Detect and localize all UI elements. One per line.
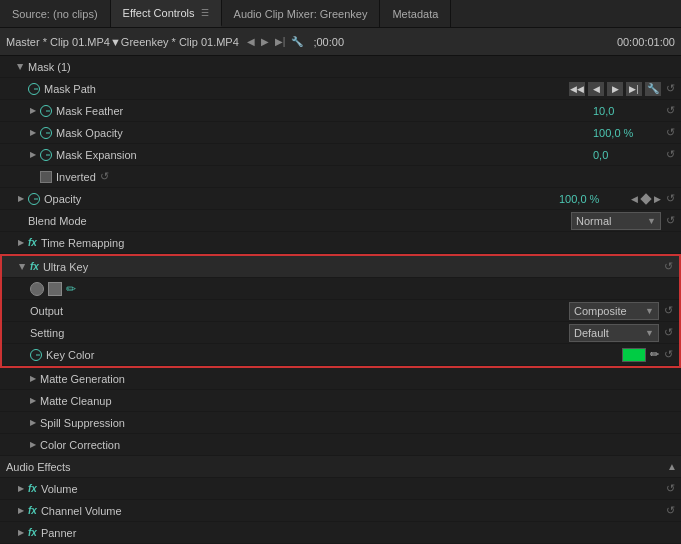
mask-prev-btn[interactable]: ◀◀ bbox=[569, 82, 585, 96]
uk-pen-icon[interactable]: ✏ bbox=[66, 282, 80, 296]
spill-suppression-expand[interactable]: ▶ bbox=[28, 418, 38, 428]
key-color-reset[interactable]: ↺ bbox=[661, 348, 675, 362]
spill-suppression-label: Spill Suppression bbox=[40, 417, 677, 429]
tab-bar: Source: (no clips) Effect Controls ☰ Aud… bbox=[0, 0, 681, 28]
inverted-reset[interactable]: ↺ bbox=[98, 170, 112, 184]
audio-effects-header: Audio Effects ▲ bbox=[0, 456, 681, 478]
key-color-stopwatch[interactable] bbox=[30, 349, 42, 361]
mask-expand-arrow[interactable]: ▶ bbox=[16, 62, 26, 72]
uk-circle-icon[interactable] bbox=[30, 282, 44, 296]
mask-feather-value[interactable]: 10,0 bbox=[593, 105, 653, 117]
wrench-icon[interactable]: 🔧 bbox=[291, 36, 303, 47]
mask-section-header[interactable]: ▶ Mask (1) bbox=[0, 56, 681, 78]
mask-path-row: Mask Path ◀◀ ◀ ▶ ▶| 🔧 ↺ bbox=[0, 78, 681, 100]
mask-opacity-expand[interactable]: ▶ bbox=[28, 128, 38, 138]
output-value: Composite bbox=[574, 305, 627, 317]
clip-header: Master * Clip 01.MP4 ▼ Greenkey * Clip 0… bbox=[0, 28, 681, 56]
mask-expansion-stopwatch[interactable] bbox=[40, 149, 52, 161]
setting-dropdown[interactable]: Default ▼ bbox=[569, 324, 659, 342]
volume-reset[interactable]: ↺ bbox=[663, 482, 677, 496]
channel-volume-expand[interactable]: ▶ bbox=[16, 506, 26, 516]
matte-generation-label: Matte Generation bbox=[40, 373, 677, 385]
tab-audio-clip-mixer[interactable]: Audio Clip Mixer: Greenkey bbox=[222, 0, 381, 27]
mask-opacity-value[interactable]: 100,0 % bbox=[593, 127, 653, 139]
opacity-expand[interactable]: ▶ bbox=[16, 194, 26, 204]
setting-dropdown-arrow: ▼ bbox=[645, 328, 654, 338]
play-left-arrow[interactable]: ◀ bbox=[247, 36, 255, 47]
mask-feather-label: Mask Feather bbox=[56, 105, 593, 117]
key-color-eyedropper[interactable]: ✏ bbox=[650, 348, 659, 361]
color-correction-expand[interactable]: ▶ bbox=[28, 440, 38, 450]
mask-feather-row: ▶ Mask Feather 10,0 ↺ bbox=[0, 100, 681, 122]
mask-path-reset[interactable]: ↺ bbox=[663, 82, 677, 96]
blend-mode-reset[interactable]: ↺ bbox=[663, 214, 677, 228]
volume-expand[interactable]: ▶ bbox=[16, 484, 26, 494]
play-button[interactable]: ▶ bbox=[261, 36, 269, 47]
inverted-label: Inverted bbox=[56, 171, 96, 183]
ultra-key-icons: ✏ bbox=[30, 282, 80, 296]
header-arrow: ▼ bbox=[110, 36, 121, 48]
mask-section-label: Mask (1) bbox=[28, 61, 677, 73]
mask-back-btn[interactable]: ◀ bbox=[588, 82, 604, 96]
opacity-reset[interactable]: ↺ bbox=[663, 192, 677, 206]
setting-label: Setting bbox=[30, 327, 569, 339]
uk-square-icon[interactable] bbox=[48, 282, 62, 296]
setting-value: Default bbox=[574, 327, 609, 339]
timecode-end: 00:00:01:00 bbox=[617, 36, 675, 48]
opacity-row: ▶ Opacity 100,0 % ◀ ▶ ↺ bbox=[0, 188, 681, 210]
panner-label: Panner bbox=[41, 527, 677, 539]
panner-expand[interactable]: ▶ bbox=[16, 528, 26, 538]
effect-controls-content: ▶ Mask (1) Mask Path ◀◀ ◀ ▶ ▶| 🔧 ↺ ▶ Mas… bbox=[0, 56, 681, 544]
mask-feather-stopwatch[interactable] bbox=[40, 105, 52, 117]
tab-menu-icon: ☰ bbox=[201, 8, 209, 18]
spill-suppression-row: ▶ Spill Suppression bbox=[0, 412, 681, 434]
matte-cleanup-expand[interactable]: ▶ bbox=[28, 396, 38, 406]
channel-volume-label: Channel Volume bbox=[41, 505, 661, 517]
tab-metadata[interactable]: Metadata bbox=[380, 0, 451, 27]
opacity-stopwatch[interactable] bbox=[28, 193, 40, 205]
matte-cleanup-label: Matte Cleanup bbox=[40, 395, 677, 407]
mask-feather-expand[interactable]: ▶ bbox=[28, 106, 38, 116]
time-remapping-expand[interactable]: ▶ bbox=[16, 238, 26, 248]
opacity-label: Opacity bbox=[44, 193, 559, 205]
output-reset[interactable]: ↺ bbox=[661, 304, 675, 318]
tab-effect-controls[interactable]: Effect Controls ☰ bbox=[111, 0, 222, 27]
blend-mode-row: Blend Mode Normal ▼ ↺ bbox=[0, 210, 681, 232]
inverted-row: Inverted ↺ bbox=[0, 166, 681, 188]
output-row: Output Composite ▼ ↺ bbox=[2, 300, 679, 322]
opacity-next-arrow[interactable]: ▶ bbox=[654, 194, 661, 204]
inverted-checkbox[interactable] bbox=[40, 171, 52, 183]
volume-fx-badge: fx bbox=[28, 483, 37, 494]
mask-feather-reset[interactable]: ↺ bbox=[663, 104, 677, 118]
mask-expansion-reset[interactable]: ↺ bbox=[663, 148, 677, 162]
blend-mode-dropdown[interactable]: Normal ▼ bbox=[571, 212, 661, 230]
output-label: Output bbox=[30, 305, 569, 317]
time-remapping-row: ▶ fx Time Remapping bbox=[0, 232, 681, 254]
ultra-key-reset[interactable]: ↺ bbox=[661, 260, 675, 274]
channel-volume-reset[interactable]: ↺ bbox=[663, 504, 677, 518]
volume-label: Volume bbox=[41, 483, 661, 495]
mask-opacity-reset[interactable]: ↺ bbox=[663, 126, 677, 140]
setting-reset[interactable]: ↺ bbox=[661, 326, 675, 340]
play-right-arrow[interactable]: ▶| bbox=[275, 36, 286, 47]
ultra-key-header-row: ▶ fx Ultra Key ↺ bbox=[2, 256, 679, 278]
mask-expansion-expand[interactable]: ▶ bbox=[28, 150, 38, 160]
tab-source[interactable]: Source: (no clips) bbox=[0, 0, 111, 27]
audio-effects-scroll-icon: ▲ bbox=[667, 461, 677, 472]
mask-play-btn[interactable]: ▶ bbox=[607, 82, 623, 96]
mask-tool-btn[interactable]: 🔧 bbox=[645, 82, 661, 96]
opacity-prev-arrow[interactable]: ◀ bbox=[631, 194, 638, 204]
output-dropdown[interactable]: Composite ▼ bbox=[569, 302, 659, 320]
mask-path-controls: ◀◀ ◀ ▶ ▶| 🔧 bbox=[569, 82, 661, 96]
mask-path-stopwatch[interactable] bbox=[28, 83, 40, 95]
mask-opacity-stopwatch[interactable] bbox=[40, 127, 52, 139]
key-color-swatch[interactable] bbox=[622, 348, 646, 362]
opacity-value[interactable]: 100,0 % bbox=[559, 193, 619, 205]
ultra-key-label: Ultra Key bbox=[43, 261, 659, 273]
matte-generation-expand[interactable]: ▶ bbox=[28, 374, 38, 384]
opacity-diamond[interactable] bbox=[640, 193, 651, 204]
mask-forward-btn[interactable]: ▶| bbox=[626, 82, 642, 96]
ultra-key-expand[interactable]: ▶ bbox=[18, 262, 28, 272]
output-dropdown-arrow: ▼ bbox=[645, 306, 654, 316]
mask-expansion-value[interactable]: 0,0 bbox=[593, 149, 653, 161]
